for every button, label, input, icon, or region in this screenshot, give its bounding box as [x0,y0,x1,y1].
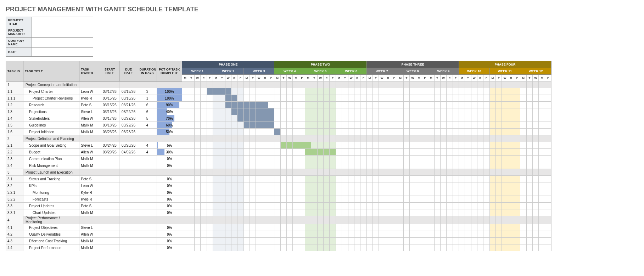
gantt-cell[interactable] [219,102,225,108]
gantt-cell[interactable] [188,122,194,129]
gantt-cell[interactable] [219,224,225,231]
gantt-cell[interactable] [428,224,434,231]
gantt-cell[interactable] [280,95,286,102]
gantt-cell[interactable] [243,149,250,156]
gantt-cell[interactable] [317,216,323,224]
gantt-cell[interactable] [459,95,465,102]
gantt-cell[interactable] [225,108,231,115]
gantt-cell[interactable] [508,203,514,209]
gantt-cell[interactable] [182,122,188,129]
gantt-cell[interactable] [305,244,311,251]
cell-task-title[interactable]: Chart Updates [23,209,79,216]
gantt-cell[interactable] [324,209,330,216]
gantt-cell[interactable] [336,238,342,244]
cell-task-title[interactable]: Scope and Goal Setting [23,142,79,149]
cell-pct-complete[interactable]: 0% [157,162,182,169]
gantt-cell[interactable] [428,244,434,251]
gantt-cell[interactable] [287,244,293,251]
gantt-cell[interactable] [231,149,237,156]
gantt-cell[interactable] [416,122,422,129]
gantt-cell[interactable] [219,182,225,189]
gantt-cell[interactable] [379,88,385,95]
gantt-cell[interactable] [250,81,256,88]
gantt-cell[interactable] [201,108,207,115]
gantt-cell[interactable] [514,102,520,108]
gantt-cell[interactable] [397,102,403,108]
gantt-cell[interactable] [293,129,299,135]
gantt-cell[interactable] [237,81,243,88]
cell-pct-complete[interactable]: 0% [157,182,182,189]
cell-task-title[interactable]: Stakeholders [23,115,79,122]
gantt-cell[interactable] [434,115,440,122]
cell-task-title[interactable]: Quality Deliverables [23,231,79,238]
gantt-cell[interactable] [237,231,243,238]
gantt-cell[interactable] [533,135,539,142]
gantt-cell[interactable] [434,135,440,142]
gantt-cell[interactable] [533,88,539,95]
gantt-cell[interactable] [533,182,539,189]
gantt-cell[interactable] [287,102,293,108]
gantt-cell[interactable] [489,108,495,115]
gantt-cell[interactable] [459,189,465,196]
gantt-cell[interactable] [440,182,446,189]
gantt-cell[interactable] [201,149,207,156]
gantt-cell[interactable] [502,156,508,162]
gantt-cell[interactable] [539,182,545,189]
cell-duration[interactable]: 4 [138,149,157,156]
gantt-cell[interactable] [348,238,354,244]
gantt-cell[interactable] [336,122,342,129]
gantt-cell[interactable] [477,102,483,108]
gantt-cell[interactable] [360,231,367,238]
gantt-cell[interactable] [287,203,293,209]
gantt-cell[interactable] [201,244,207,251]
gantt-cell[interactable] [250,244,256,251]
gantt-cell[interactable] [225,176,231,182]
gantt-cell[interactable] [520,209,526,216]
gantt-cell[interactable] [416,169,422,176]
cell-duration[interactable] [138,244,157,251]
cell-task-owner[interactable]: Pete S [79,176,100,182]
gantt-cell[interactable] [502,209,508,216]
gantt-cell[interactable] [545,182,551,189]
gantt-cell[interactable] [403,108,409,115]
gantt-cell[interactable] [360,169,367,176]
gantt-cell[interactable] [342,135,348,142]
gantt-cell[interactable] [545,122,551,129]
gantt-cell[interactable] [305,95,311,102]
gantt-cell[interactable] [231,231,237,238]
gantt-cell[interactable] [397,81,403,88]
cell-start-date[interactable] [100,176,119,182]
cell-duration[interactable] [138,224,157,231]
gantt-cell[interactable] [410,162,416,169]
gantt-cell[interactable] [496,209,502,216]
gantt-cell[interactable] [225,244,231,251]
cell-task-owner[interactable]: Allen W [79,149,100,156]
gantt-cell[interactable] [385,135,391,142]
gantt-cell[interactable] [366,209,373,216]
gantt-cell[interactable] [434,108,440,115]
gantt-cell[interactable] [447,156,453,162]
gantt-cell[interactable] [459,176,465,182]
gantt-cell[interactable] [459,102,465,108]
gantt-cell[interactable] [360,122,367,129]
gantt-cell[interactable] [262,162,268,169]
cell-task-id[interactable]: 1.1.1 [6,95,23,102]
gantt-cell[interactable] [243,182,250,189]
gantt-cell[interactable] [403,81,409,88]
gantt-cell[interactable] [440,231,446,238]
gantt-cell[interactable] [496,135,502,142]
gantt-cell[interactable] [453,102,459,108]
gantt-cell[interactable] [379,135,385,142]
gantt-cell[interactable] [194,231,200,238]
gantt-cell[interactable] [188,108,194,115]
gantt-cell[interactable] [489,88,495,95]
gantt-cell[interactable] [243,88,250,95]
gantt-cell[interactable] [280,129,286,135]
gantt-cell[interactable] [434,189,440,196]
gantt-cell[interactable] [287,156,293,162]
gantt-cell[interactable] [311,189,317,196]
gantt-cell[interactable] [336,216,342,224]
gantt-cell[interactable] [231,102,237,108]
cell-start-date[interactable]: 03/12/26 [100,88,119,95]
gantt-cell[interactable] [385,203,391,209]
